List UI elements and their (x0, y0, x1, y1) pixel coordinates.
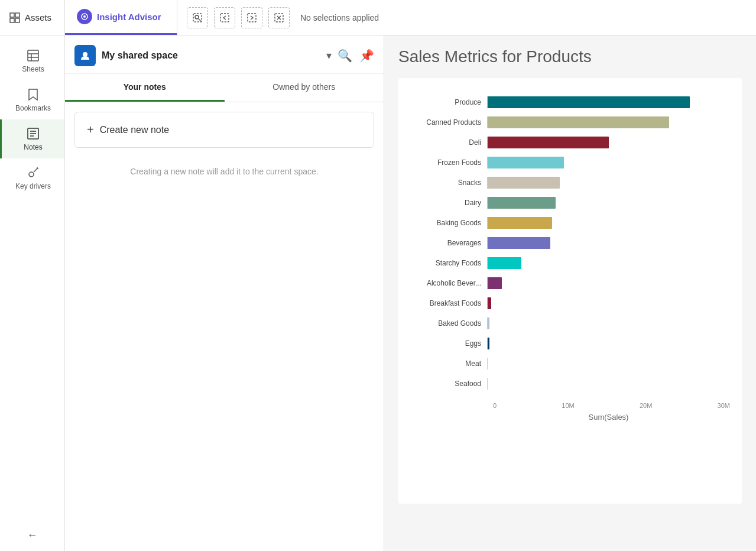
sidebar-bottom: ← (18, 520, 47, 551)
bar-fill (487, 96, 690, 108)
clear-tool[interactable] (268, 7, 290, 28)
y-axis-line (487, 317, 488, 329)
bar-row: Deli (410, 136, 730, 149)
grid-icon (9, 12, 20, 23)
bar-fill (487, 197, 556, 209)
notes-label: Notes (24, 143, 42, 151)
bar-label: Breakfast Foods (410, 299, 487, 307)
svg-rect-14 (28, 50, 38, 61)
bar-label: Baking Goods (410, 219, 487, 227)
bar-label: Meat (410, 359, 487, 368)
y-axis-line (487, 297, 488, 309)
y-axis-line (487, 217, 488, 229)
plus-icon: + (87, 123, 94, 137)
bar-label: Frozen Foods (410, 158, 487, 167)
create-note-button[interactable]: + Create new note (74, 112, 374, 148)
search-selection-tool[interactable] (187, 7, 208, 28)
bar-fill (487, 177, 560, 189)
back-tool[interactable] (214, 7, 235, 28)
key-drivers-label: Key drivers (15, 182, 51, 190)
bar-track (487, 197, 730, 209)
assets-button[interactable]: Assets (0, 0, 65, 35)
y-axis-line (487, 237, 488, 249)
x-axis-tick: 10M (562, 402, 574, 409)
y-axis-line (487, 378, 488, 390)
y-axis-line (487, 177, 488, 189)
svg-rect-1 (15, 13, 20, 17)
bar-label: Beverages (410, 239, 487, 247)
forward-tool[interactable] (241, 7, 262, 28)
bar-row: Alcoholic Bever... (410, 277, 730, 290)
notes-icon (26, 127, 40, 141)
bar-track (487, 237, 730, 249)
y-axis-line (487, 96, 488, 108)
chart-container: ProduceCanned ProductsDeliFrozen FoodsSn… (398, 78, 742, 504)
sidebar-item-key-drivers[interactable]: Key drivers (0, 158, 64, 197)
bar-track (487, 157, 730, 168)
svg-line-23 (34, 168, 38, 172)
tab-owned-by-others[interactable]: Owned by others (225, 74, 384, 102)
y-axis-line (487, 157, 488, 168)
bar-label: Seafood (410, 380, 487, 388)
bar-fill (487, 277, 502, 289)
panel-header-icons: 🔍 📌 (338, 48, 374, 63)
sidebar-item-bookmarks[interactable]: Bookmarks (0, 80, 64, 119)
bar-row: Baked Goods (410, 317, 730, 330)
bar-row: Baking Goods (410, 216, 730, 229)
bar-label: Dairy (410, 199, 487, 207)
notes-panel: My shared space ▾ 🔍 📌 Your notes Owned b… (65, 35, 384, 551)
notes-tabs: Your notes Owned by others (65, 74, 384, 102)
insight-advisor-button[interactable]: Insight Advisor (65, 0, 177, 35)
main-content: Sheets Bookmarks Notes Key dr (0, 35, 756, 551)
bar-fill (487, 237, 550, 249)
tab-your-notes[interactable]: Your notes (65, 74, 225, 102)
pin-button[interactable]: 📌 (359, 48, 374, 63)
bar-track (487, 378, 730, 390)
bar-label: Alcoholic Bever... (410, 279, 487, 287)
bar-row: Canned Products (410, 116, 730, 129)
bar-row: Breakfast Foods (410, 297, 730, 310)
y-axis-line (487, 257, 488, 269)
collapse-button[interactable]: ← (27, 529, 38, 542)
bar-track (487, 177, 730, 189)
bar-fill (487, 137, 609, 148)
insight-advisor-label: Insight Advisor (97, 12, 161, 22)
no-selections-label: No selections applied (300, 13, 379, 22)
space-dropdown-button[interactable]: ▾ (326, 49, 332, 62)
sidebar-item-sheets[interactable]: Sheets (0, 41, 64, 80)
bar-row: Frozen Foods (410, 156, 730, 169)
svg-point-22 (29, 172, 34, 177)
y-axis-line (487, 338, 488, 349)
bar-label: Starchy Foods (410, 259, 487, 267)
x-axis-tick: 30M (718, 402, 730, 409)
svg-rect-3 (15, 18, 20, 22)
x-axis-title: Sum(Sales) (410, 413, 730, 422)
bar-fill (487, 297, 491, 309)
bar-row: Beverages (410, 236, 730, 249)
bar-row: Dairy (410, 196, 730, 209)
y-axis-line (487, 116, 488, 128)
y-axis-line (487, 277, 488, 289)
key-drivers-icon (26, 166, 40, 180)
bar-row: Seafood (410, 377, 730, 390)
hint-text: Creating a new note will add it to the c… (74, 157, 374, 186)
toolbar-tools: No selections applied (177, 7, 756, 28)
bar-row: Meat (410, 357, 730, 370)
bar-track (487, 217, 730, 229)
assets-label: Assets (25, 12, 51, 22)
search-notes-button[interactable]: 🔍 (338, 48, 352, 63)
bar-fill (487, 157, 564, 168)
sidebar-item-notes[interactable]: Notes (0, 119, 64, 158)
bar-track (487, 358, 730, 370)
bar-track (487, 116, 730, 128)
space-icon (74, 45, 96, 66)
bar-label: Produce (410, 98, 487, 106)
insight-icon (77, 9, 92, 24)
bar-row: Produce (410, 96, 730, 109)
x-axis-tick: 0 (493, 402, 497, 409)
bar-row: Eggs (410, 337, 730, 350)
sidebar: Sheets Bookmarks Notes Key dr (0, 35, 65, 551)
bar-fill (487, 217, 552, 229)
svg-point-26 (83, 52, 87, 57)
bar-track (487, 317, 730, 329)
